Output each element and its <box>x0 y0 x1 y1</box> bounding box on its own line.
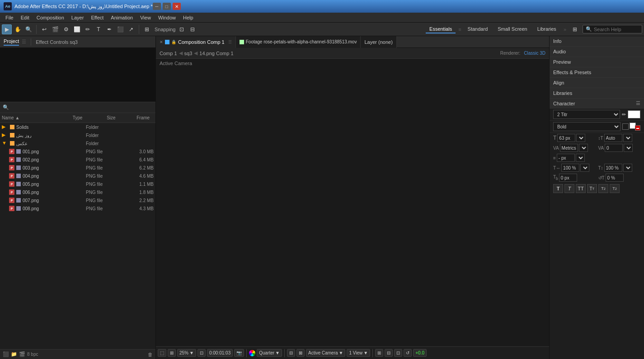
vt-region-btn[interactable]: ⬚ <box>158 349 166 357</box>
workspace-libraries[interactable]: Libraries <box>534 25 560 33</box>
menu-composition[interactable]: Composition <box>33 14 68 21</box>
vt-view-count-btn[interactable]: 1 View ▼ <box>347 349 370 357</box>
preview-header[interactable]: Preview <box>550 57 644 67</box>
minimize-button[interactable]: ─ <box>153 3 161 10</box>
comp-icon-btn[interactable]: 🎬 <box>19 351 25 357</box>
comp-viewer-tab[interactable]: ✕ 🔒 Composition Comp 1 ☰ <box>156 36 236 48</box>
list-item[interactable]: P 005.png PNG file 1.1 MB <box>0 180 155 188</box>
vt-reset-btn[interactable]: ↺ <box>404 349 412 357</box>
tool-snap[interactable]: ⊞ <box>142 24 152 34</box>
tool-hand[interactable]: ✋ <box>13 24 23 34</box>
menu-effect[interactable]: Effect <box>87 14 107 21</box>
vt-rulers-btn[interactable]: ⊡ <box>394 349 402 357</box>
font-size-unit[interactable]: ▼ <box>576 134 585 142</box>
vt-grid-btn[interactable]: ⊟ <box>385 349 393 357</box>
footage-tab[interactable]: Footage rose-petals-with-alpha-channel-9… <box>236 36 361 48</box>
text-color-swatch[interactable] <box>628 110 640 118</box>
tool-pencil[interactable]: ✒ <box>104 24 114 34</box>
tracking-dropdown[interactable]: ▼ <box>624 144 633 152</box>
info-header[interactable]: Info <box>550 36 644 46</box>
effect-controls-tab[interactable]: Effect Controls sq3 <box>36 39 78 45</box>
hscale-input[interactable] <box>561 164 579 172</box>
vt-view-dropdown[interactable]: ▼ <box>363 350 368 355</box>
rotation-input[interactable] <box>606 174 624 182</box>
list-item[interactable]: P 002.png PNG file 6.4 MB <box>0 156 155 164</box>
leading-unit[interactable]: ▼ <box>623 134 632 142</box>
vt-zoom-btn[interactable]: 25% ▼ <box>177 349 196 357</box>
vscale-input[interactable] <box>604 164 622 172</box>
vt-fit-btn[interactable]: ⊡ <box>197 349 206 357</box>
vt-quality-dropdown[interactable]: ▼ <box>275 350 280 355</box>
tool-text[interactable]: T <box>94 24 103 34</box>
vt-quality-btn[interactable]: Quarter ▼ <box>257 349 282 357</box>
tool-zoom[interactable]: 🔍 <box>24 24 33 34</box>
tool-clone[interactable]: ⬛ <box>115 24 125 34</box>
maximize-button[interactable]: □ <box>163 3 171 10</box>
close-button[interactable]: ✕ <box>173 3 181 10</box>
project-tab[interactable]: Project <box>4 38 19 46</box>
list-item[interactable]: P 008.png PNG file 4.3 MB <box>0 204 155 213</box>
small-caps-btn[interactable]: TT <box>587 184 597 193</box>
vt-3d-btn[interactable]: ⊞ <box>375 349 383 357</box>
kerning-dropdown[interactable]: ▼ <box>579 144 588 152</box>
tool-align1[interactable]: ⊡ <box>177 24 187 34</box>
pencil-icon[interactable]: ✏ <box>622 112 626 118</box>
breadcrumb-comp1[interactable]: Comp 1 <box>160 51 177 56</box>
menu-edit[interactable]: Edit <box>17 14 33 21</box>
character-menu-icon[interactable]: ☰ <box>636 100 640 106</box>
font-select[interactable]: 2 Titr <box>553 110 620 119</box>
list-item[interactable]: P 003.png PNG file 6.2 MB <box>0 164 155 172</box>
vt-offset-btn[interactable]: +0.0 <box>413 349 427 357</box>
align-header[interactable]: Align <box>550 78 644 88</box>
stroke-color-swatch[interactable] <box>635 125 640 131</box>
hscale-dropdown[interactable]: ▼ <box>580 164 589 172</box>
leading-input[interactable] <box>604 134 622 142</box>
menu-help[interactable]: Help <box>179 14 197 21</box>
subscript-btn[interactable]: T2 <box>610 184 620 193</box>
list-item[interactable]: ▶ روز پش Folder <box>0 131 155 139</box>
faux-bold-btn[interactable]: T <box>553 184 563 193</box>
tool-camera[interactable]: 🎬 <box>50 24 60 34</box>
workspace-expand[interactable]: ⊞ <box>570 24 580 34</box>
layer-tab[interactable]: Layer (none) <box>361 36 396 48</box>
list-item[interactable]: P 004.png PNG file 4.6 MB <box>0 172 155 180</box>
trash-icon[interactable]: 🗑 <box>148 352 153 357</box>
menu-animation[interactable]: Animation <box>107 14 136 21</box>
project-search-input[interactable] <box>11 104 153 111</box>
font-size-input[interactable] <box>557 134 575 142</box>
tool-settings[interactable]: ⚙ <box>61 24 71 34</box>
search-input[interactable] <box>594 27 639 32</box>
tool-align2[interactable]: ⊟ <box>188 24 197 34</box>
workspace-essentials[interactable]: Essentials <box>426 25 456 33</box>
tl-view-icon[interactable]: ⬛ <box>3 351 9 357</box>
workspace-small-screen[interactable]: Small Screen <box>494 25 531 33</box>
vt-active-camera-btn[interactable]: Active Camera ▼ <box>306 349 345 357</box>
breadcrumb-sq3[interactable]: sq3 <box>184 51 193 56</box>
vt-color-wheel[interactable] <box>249 350 255 356</box>
vt-zoom-dropdown[interactable]: ▼ <box>189 350 194 355</box>
audio-header[interactable]: Audio <box>550 47 644 57</box>
baseline-input[interactable] <box>559 174 577 182</box>
style-select[interactable]: Bold <box>553 122 620 131</box>
tab-menu-icon[interactable]: ☰ <box>228 40 232 44</box>
menu-layer[interactable]: Layer <box>68 14 88 21</box>
list-item[interactable]: P 006.png PNG file 1.8 MB <box>0 188 155 196</box>
menu-view[interactable]: View <box>136 14 155 21</box>
all-caps-btn[interactable]: TT <box>576 184 586 193</box>
list-item[interactable]: P 001.png PNG file 3.0 MB <box>0 147 155 156</box>
workspace-standard[interactable]: Standard <box>464 25 492 33</box>
vt-camera-dropdown[interactable]: ▼ <box>339 350 343 355</box>
vt-toggle-b[interactable]: ⊠ <box>296 349 305 357</box>
vscale-dropdown[interactable]: ▼ <box>623 164 632 172</box>
libraries-header[interactable]: Libraries <box>550 88 644 98</box>
tool-pen[interactable]: ✏ <box>83 24 93 34</box>
tool-pin[interactable]: ↗ <box>126 24 136 34</box>
effects-presets-header[interactable]: Effects & Presets <box>550 67 644 77</box>
list-item[interactable]: P 007.png PNG file 2.2 MB <box>0 196 155 204</box>
renderer-value[interactable]: Classic 3D <box>524 51 545 56</box>
close-icon[interactable]: ✕ <box>160 40 163 44</box>
tool-select[interactable]: ▶ <box>2 24 12 34</box>
stroke-swatch[interactable] <box>622 123 629 130</box>
tool-undo[interactable]: ↩ <box>39 24 49 34</box>
vt-camera-btn[interactable]: 📷 <box>234 349 244 357</box>
